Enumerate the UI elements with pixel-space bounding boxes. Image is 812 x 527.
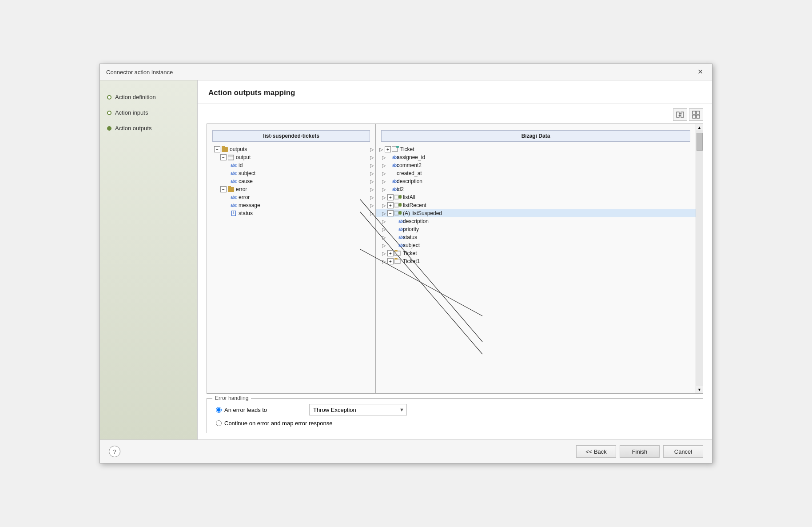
toolbar-grid-button[interactable] <box>689 108 703 121</box>
sidebar-item-action-inputs[interactable]: Action inputs <box>100 105 197 120</box>
abc-icon-error: abc <box>230 194 237 200</box>
folder-icon-error <box>227 186 235 192</box>
tree-node-assignee: ▷ abc assignee_id <box>376 153 696 161</box>
svg-rect-9 <box>697 115 700 118</box>
sidebar-bullet-2 <box>107 111 111 115</box>
toolbar-map-button[interactable] <box>673 108 687 121</box>
expand-listSuspeded[interactable]: − <box>387 210 394 216</box>
expand-listRecent[interactable]: + <box>387 202 394 208</box>
scroll-track[interactable] <box>696 131 703 386</box>
scroll-up[interactable]: ▲ <box>696 124 703 131</box>
node-label-desc-child: description <box>403 218 696 224</box>
option1-radio[interactable] <box>216 407 222 413</box>
mapping-area: list-suspended-tickets − outputs ▷ <box>198 104 712 439</box>
num-icon-status: 1 <box>230 210 237 216</box>
sidebar-item-action-definition[interactable]: Action definition <box>100 89 197 105</box>
tree-node-outputs: − outputs ▷ <box>207 145 375 153</box>
la-id2: ▷ <box>382 187 386 192</box>
throw-exception-dropdown[interactable]: Throw Exception Continue on error <box>309 404 407 415</box>
help-button[interactable]: ? <box>109 446 120 457</box>
expand-ticket1[interactable]: + <box>387 258 394 264</box>
option1-label[interactable]: An error leads to <box>216 407 305 413</box>
svg-marker-5 <box>678 115 679 116</box>
tree-node-listAll: ▷ + listAll <box>376 193 696 201</box>
la-listAll: ▷ <box>382 195 386 200</box>
sidebar-bullet-1 <box>107 95 111 100</box>
svg-point-26 <box>398 211 402 215</box>
la-listRecent: ▷ <box>382 203 386 208</box>
node-label-status-bizagi: status <box>403 234 696 240</box>
error-handling-section: Error handling An error leads to Throw E… <box>207 398 703 433</box>
la-desc: ▷ <box>382 179 386 184</box>
node-label-output: output <box>236 154 367 160</box>
option1-text: An error leads to <box>224 407 267 413</box>
tree-node-desc-child: ▷ abc description <box>376 217 696 225</box>
svg-rect-1 <box>681 112 684 117</box>
finish-button[interactable]: Finish <box>620 445 660 458</box>
svg-marker-4 <box>681 113 682 114</box>
error-handling-legend: Error handling <box>212 395 251 401</box>
svg-point-22 <box>398 195 402 199</box>
svg-rect-8 <box>693 115 696 118</box>
scrollbar[interactable]: ▲ ▼ <box>696 124 703 393</box>
list-icon-listRecent <box>394 202 402 208</box>
node-label-status-left: status <box>239 210 367 216</box>
svg-point-16 <box>396 146 399 148</box>
cancel-button[interactable]: Cancel <box>663 445 703 458</box>
list-icon-listAll <box>394 194 402 200</box>
expand-listAll[interactable]: + <box>387 194 394 200</box>
footer-left: ? <box>109 446 573 457</box>
close-button[interactable]: ✕ <box>695 68 706 76</box>
arrow-subject: ▷ <box>370 171 374 176</box>
arrow-id: ▷ <box>370 163 374 168</box>
node-label-listRecent: listRecent <box>403 202 696 208</box>
back-button[interactable]: << Back <box>576 445 616 458</box>
expand-ticket-child[interactable]: + <box>387 250 394 256</box>
dropdown-wrapper: Throw Exception Continue on error ▼ <box>309 404 407 415</box>
tree-node-error: abc error ▷ <box>207 193 375 201</box>
abc-icon-desc: abc <box>387 178 395 184</box>
la-created: ▷ <box>382 171 386 176</box>
expand-ticket[interactable]: + <box>385 146 391 152</box>
svg-rect-30 <box>394 258 398 260</box>
scroll-thumb[interactable] <box>697 133 703 151</box>
abc-icon-cause: abc <box>230 178 237 184</box>
tree-node-listRecent: ▷ + listRecent <box>376 201 696 209</box>
abc-icon-id: abc <box>230 162 237 168</box>
abc-icon-message: abc <box>230 202 237 208</box>
node-label-id2: id2 <box>397 186 696 192</box>
error-row-1: An error leads to Throw Exception Contin… <box>216 404 694 415</box>
node-label-ticket-root: Ticket <box>400 146 696 152</box>
mapping-panel: list-suspended-tickets − outputs ▷ <box>207 124 703 394</box>
sidebar-item-action-outputs[interactable]: Action outputs <box>100 120 197 136</box>
folder-icon-outputs <box>221 146 228 152</box>
node-label-assignee: assignee_id <box>397 154 696 160</box>
node-label-priority: priority <box>403 226 696 232</box>
scroll-down[interactable]: ▼ <box>696 386 703 393</box>
node-label-cause: cause <box>239 178 367 184</box>
tree-node-desc-bizagi: ▷ abc description <box>376 177 696 185</box>
svg-rect-27 <box>394 251 400 256</box>
node-label-listAll: listAll <box>403 194 696 200</box>
expand-error[interactable]: − <box>220 186 227 192</box>
tree-node-comment2: ▷ abc comment2 <box>376 161 696 169</box>
grid-icon <box>692 111 700 119</box>
abc-icon-assignee: abc <box>387 154 395 160</box>
node-label-created-at: created_at <box>397 170 696 176</box>
node-label-ticket-child: Ticket <box>403 250 696 256</box>
expand-outputs[interactable]: − <box>214 146 220 152</box>
expand-output[interactable]: − <box>220 154 227 160</box>
la-ticket-child: ▷ <box>382 251 386 256</box>
arrow-error-folder: ▷ <box>370 187 374 192</box>
tree-node-id: abc id ▷ <box>207 161 375 169</box>
tree-node-status-left: 1 status ▷ <box>207 209 375 217</box>
svg-rect-25 <box>394 211 398 215</box>
sidebar-label-3: Action outputs <box>115 125 151 132</box>
abc-icon-subject: abc <box>230 170 237 176</box>
option2-radio[interactable] <box>216 420 222 426</box>
entity-green-icon <box>392 146 399 152</box>
option2-label[interactable]: Continue on error and map error response <box>216 420 333 427</box>
option2-text: Continue on error and map error response <box>224 420 333 427</box>
map-icon <box>676 111 684 119</box>
la-priority: ▷ <box>382 227 386 232</box>
